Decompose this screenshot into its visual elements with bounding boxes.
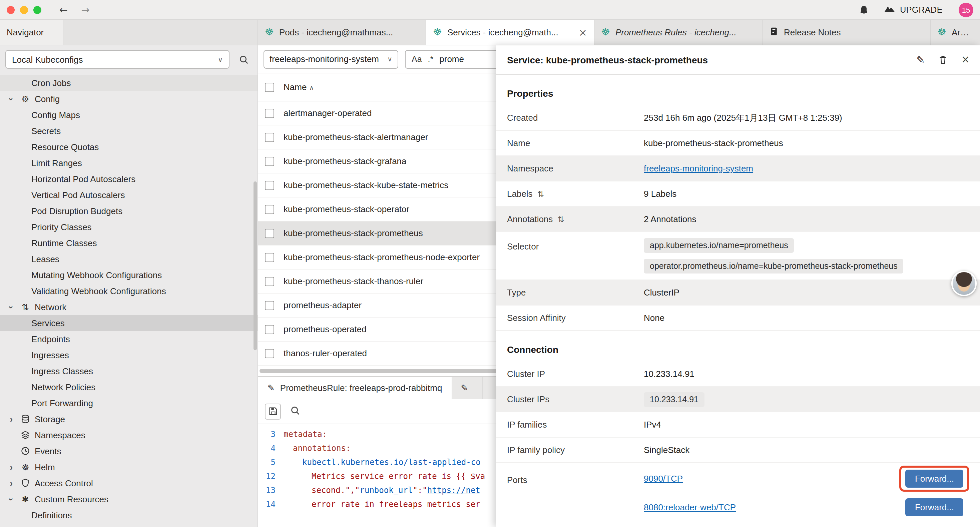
trash-icon[interactable] <box>938 55 948 65</box>
namespace-selector-value: freeleaps-monitoring-system <box>269 54 379 64</box>
sidebar-item-horizontal-pod-autoscalers[interactable]: Horizontal Pod Autoscalers <box>0 171 258 187</box>
sidebar-item-ingress-classes[interactable]: Ingress Classes <box>0 363 258 379</box>
tab[interactable]: ☸Prometheus Rules - icecheng... <box>594 20 762 45</box>
property-label: IP families <box>507 420 547 430</box>
close-icon[interactable]: × <box>579 26 587 38</box>
property-value: SingleStack <box>644 445 969 455</box>
sidebar-item-config-maps[interactable]: Config Maps <box>0 107 258 123</box>
row-checkbox[interactable] <box>265 108 274 118</box>
sidebar-item-network[interactable]: ›⇅Network <box>0 299 258 315</box>
edit-icon[interactable]: ✎ <box>916 54 924 66</box>
namespace-selector[interactable]: freeleaps-monitoring-system ∨ <box>264 50 398 68</box>
chevron-icon[interactable]: › <box>7 462 16 472</box>
sidebar-item-priority-classes[interactable]: Priority Classes <box>0 219 258 235</box>
notification-count-badge[interactable]: 15 <box>959 2 973 17</box>
chevron-icon[interactable]: › <box>6 494 16 504</box>
sidebar-item-cron-jobs[interactable]: Cron Jobs <box>0 75 258 91</box>
content-area: freeleaps-monitoring-system ∨ Aa .* Name <box>258 45 980 527</box>
back-button[interactable]: ← <box>55 4 72 16</box>
property-value: 253d 16h 6m ago (2025年1月13日 GMT+8 1:25:3… <box>644 112 969 124</box>
chevron-icon[interactable]: › <box>7 414 16 424</box>
sidebar-item-secrets[interactable]: Secrets <box>0 123 258 139</box>
expand-icon[interactable]: ⇅ <box>557 215 564 224</box>
user-avatar[interactable] <box>951 271 977 296</box>
close-window-button[interactable] <box>7 6 15 14</box>
property-row: Session AffinityNone <box>496 306 980 331</box>
row-checkbox[interactable] <box>265 349 274 358</box>
value-badge: app.kubernetes.io/name=prometheus <box>644 238 794 253</box>
tab[interactable]: Release Notes <box>762 20 931 45</box>
sidebar-item-namespaces[interactable]: Namespaces <box>0 427 258 443</box>
clock-icon <box>19 446 31 455</box>
sidebar-item-pod-disruption-budgets[interactable]: Pod Disruption Budgets <box>0 203 258 219</box>
close-icon[interactable]: × <box>962 52 969 67</box>
namespace-link[interactable]: freeleaps-monitoring-system <box>644 164 753 174</box>
sidebar-item-events[interactable]: Events <box>0 443 258 459</box>
zoom-window-button[interactable] <box>33 6 41 14</box>
minimize-window-button[interactable] <box>20 6 28 14</box>
sidebar-item-custom-resources[interactable]: ›✱Custom Resources <box>0 491 258 507</box>
sidebar-item-validating-webhook-configurations[interactable]: Validating Webhook Configurations <box>0 283 258 299</box>
property-row: Selectorapp.kubernetes.io/name=prometheu… <box>496 232 980 280</box>
row-checkbox[interactable] <box>265 156 274 166</box>
chevron-icon[interactable]: › <box>6 302 16 312</box>
forward-button[interactable]: → <box>76 4 94 16</box>
notifications-bell-icon[interactable] <box>859 4 869 15</box>
match-case-toggle[interactable]: Aa <box>412 54 422 64</box>
row-checkbox[interactable] <box>265 301 274 310</box>
property-value: 2 Annotations <box>644 214 969 224</box>
dock-tab[interactable]: ✎ <box>452 377 483 399</box>
sidebar-item-mutating-webhook-configurations[interactable]: Mutating Webhook Configurations <box>0 267 258 283</box>
sidebar-item-services[interactable]: Services <box>0 315 258 331</box>
row-checkbox[interactable] <box>265 325 274 334</box>
property-row: Cluster IPs10.233.14.91 <box>496 387 980 412</box>
sidebar-item-resource-quotas[interactable]: Resource Quotas <box>0 139 258 155</box>
save-button[interactable] <box>265 403 281 419</box>
sidebar-scrollbar[interactable] <box>253 182 257 350</box>
line-number: 14 <box>258 498 283 512</box>
port-link[interactable]: 9090/TCP <box>644 474 683 484</box>
kubeconfig-selector[interactable]: Local Kubeconfigs ∨ <box>5 50 229 69</box>
chevron-icon[interactable]: › <box>6 94 16 103</box>
kubernetes-icon: ☸ <box>601 27 610 37</box>
sidebar-item-vertical-pod-autoscalers[interactable]: Vertical Pod Autoscalers <box>0 187 258 203</box>
tab[interactable]: ☸Services - icecheng@math...× <box>426 20 594 45</box>
sidebar-item-config[interactable]: ›⚙Config <box>0 91 258 107</box>
regex-toggle[interactable]: .* <box>428 54 434 64</box>
expand-icon[interactable]: ⇅ <box>538 189 544 199</box>
row-checkbox[interactable] <box>265 228 274 238</box>
tab[interactable]: ☸Argo Se <box>931 20 980 45</box>
sidebar-item-runtime-classes[interactable]: Runtime Classes <box>0 235 258 251</box>
row-checkbox[interactable] <box>265 204 274 214</box>
name-column-header[interactable]: Name ∧ <box>283 82 314 92</box>
sidebar-item-access-control[interactable]: ›Access Control <box>0 475 258 491</box>
sidebar-item-network-policies[interactable]: Network Policies <box>0 379 258 395</box>
row-checkbox[interactable] <box>265 180 274 190</box>
property-row: Annotations⇅2 Annotations <box>496 207 980 232</box>
tab[interactable]: ☸Pods - icecheng@mathmas... <box>258 20 426 45</box>
sidebar-item-limit-ranges[interactable]: Limit Ranges <box>0 155 258 171</box>
forward-button[interactable]: Forward... <box>905 470 963 488</box>
port-link[interactable]: 8080:reloader-web/TCP <box>644 502 736 512</box>
sidebar-item-endpoints[interactable]: Endpoints <box>0 331 258 347</box>
sidebar-item-storage[interactable]: ›Storage <box>0 411 258 427</box>
forward-button[interactable]: Forward... <box>905 498 963 516</box>
sidebar-item-leases[interactable]: Leases <box>0 251 258 267</box>
sidebar-item-port-forwarding[interactable]: Port Forwarding <box>0 395 258 411</box>
row-checkbox[interactable] <box>265 253 274 262</box>
select-all-checkbox[interactable] <box>265 83 274 92</box>
asterisk-icon: ✱ <box>19 494 31 504</box>
search-icon[interactable] <box>290 405 300 417</box>
dock-tab[interactable]: ✎PrometheusRule: freeleaps-prod-rabbitmq <box>258 377 452 399</box>
sidebar-item-ingresses[interactable]: Ingresses <box>0 347 258 363</box>
row-checkbox[interactable] <box>265 277 274 286</box>
row-checkbox[interactable] <box>265 132 274 142</box>
sidebar-item-definitions[interactable]: Definitions <box>0 507 258 523</box>
property-label: Created <box>507 113 538 123</box>
chevron-icon[interactable]: › <box>7 478 16 488</box>
line-number: 12 <box>258 470 283 484</box>
sidebar-item-helm[interactable]: ›☸Helm <box>0 459 258 475</box>
upgrade-button[interactable]: UPGRADE <box>884 5 943 15</box>
main-pane: ☸Pods - icecheng@mathmas...☸Services - i… <box>258 20 980 527</box>
search-icon[interactable] <box>235 54 252 64</box>
